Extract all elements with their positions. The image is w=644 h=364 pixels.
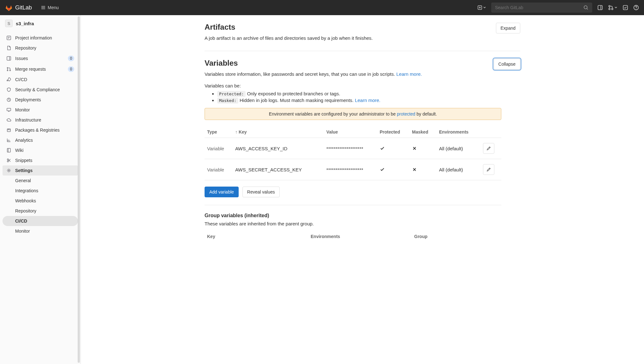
- sidebar-item-wiki[interactable]: Wiki: [3, 145, 78, 155]
- variables-can-be: Variables can be:: [205, 83, 520, 88]
- variables-table: Type ↑Key Value Protected Masked Environ…: [205, 126, 501, 180]
- col-protected[interactable]: Protected: [377, 126, 409, 138]
- expand-artifacts-button[interactable]: Expand: [496, 23, 520, 33]
- add-variable-button[interactable]: Add variable: [205, 187, 239, 197]
- check-icon: [380, 146, 385, 151]
- brand-text: GitLab: [15, 4, 32, 11]
- x-icon: [412, 146, 417, 151]
- deploy-icon: [6, 97, 11, 102]
- svg-rect-2: [598, 5, 602, 10]
- merge-icon: [6, 67, 11, 72]
- sidebar-item-packages[interactable]: Packages & Registries: [3, 125, 78, 135]
- svg-point-1: [584, 6, 587, 9]
- project-header[interactable]: S s3_infra: [0, 15, 80, 32]
- gcol-key: Key: [207, 234, 311, 239]
- edit-variable-button[interactable]: [483, 164, 494, 175]
- sidebar-scrollbar[interactable]: [78, 16, 80, 363]
- cloud-icon: [6, 117, 11, 122]
- col-type[interactable]: Type: [205, 126, 233, 138]
- create-new-button[interactable]: [477, 5, 486, 10]
- help-shortcut[interactable]: [633, 5, 639, 10]
- sidebar-item-issues[interactable]: Issues0: [3, 53, 78, 64]
- rocket-icon: [6, 77, 11, 82]
- protected-bullet: Protected: Only exposed to protected bra…: [217, 91, 520, 96]
- settings-sub-repository[interactable]: Repository: [3, 206, 78, 216]
- todos-shortcut[interactable]: [623, 5, 628, 10]
- search-bar[interactable]: [491, 3, 592, 13]
- mr-badge: 0: [68, 66, 74, 72]
- menu-button[interactable]: Menu: [41, 5, 59, 10]
- masked-bullet: Masked: Hidden in job logs. Must match m…: [217, 98, 520, 103]
- todo-icon: [623, 5, 628, 10]
- sidebar-item-cicd[interactable]: CI/CD: [3, 75, 78, 85]
- sidebar-item-deployments[interactable]: Deployments: [3, 95, 78, 105]
- monitor-icon: [6, 107, 11, 112]
- sidebar-item-monitor[interactable]: Monitor: [3, 105, 78, 115]
- settings-sub-webhooks[interactable]: Webhooks: [3, 196, 78, 206]
- x-icon: [412, 167, 417, 172]
- plus-square-icon: [477, 5, 482, 10]
- settings-sub-monitor[interactable]: Monitor: [3, 226, 78, 236]
- main-content: Artifacts A job artifact is an archive o…: [81, 15, 644, 364]
- col-key[interactable]: ↑Key: [233, 126, 324, 138]
- svg-point-4: [609, 8, 610, 10]
- variables-desc: Variables store information, like passwo…: [205, 71, 520, 77]
- sidebar-item-snippets[interactable]: Snippets: [3, 155, 78, 165]
- settings-sub-integrations[interactable]: Integrations: [3, 186, 78, 196]
- divider: [205, 51, 520, 51]
- svg-rect-16: [7, 129, 10, 132]
- settings-sub-general[interactable]: General: [3, 176, 78, 186]
- merge-requests-shortcut[interactable]: [608, 5, 617, 10]
- gcol-group: Group: [414, 234, 518, 239]
- package-icon: [6, 128, 11, 133]
- svg-rect-9: [7, 36, 11, 40]
- shield-icon: [6, 87, 11, 92]
- project-name: s3_infra: [16, 21, 34, 26]
- sidebar-item-repository[interactable]: Repository: [3, 43, 78, 53]
- sidebar-item-security[interactable]: Security & Compliance: [3, 85, 78, 95]
- file-icon: [6, 45, 11, 51]
- svg-point-8: [636, 9, 636, 9]
- chart-icon: [6, 138, 11, 143]
- col-masked[interactable]: Masked: [409, 126, 437, 138]
- group-variables-title: Group variables (inherited): [205, 213, 520, 218]
- project-avatar: S: [5, 20, 13, 27]
- search-input[interactable]: [495, 5, 583, 10]
- sidebar-item-infrastructure[interactable]: Infrastructure: [3, 115, 78, 125]
- topbar: GitLab Menu: [0, 0, 644, 15]
- masked-cell: [409, 159, 437, 180]
- artifacts-title: Artifacts: [205, 23, 373, 32]
- sidebar-item-project-info[interactable]: Project information: [3, 33, 78, 43]
- help-icon: [633, 5, 639, 10]
- sidebar-item-analytics[interactable]: Analytics: [3, 135, 78, 145]
- masked-cell: [409, 138, 437, 159]
- sort-asc-icon: ↑: [235, 129, 237, 134]
- table-row: Variable AWS_ACCESS_KEY_ID *************…: [205, 138, 501, 159]
- settings-sub-cicd[interactable]: CI/CD: [3, 216, 78, 226]
- hamburger-icon: [41, 5, 46, 10]
- chevron-down-icon: [614, 6, 617, 9]
- col-envs[interactable]: Environments: [437, 126, 480, 138]
- reveal-values-button[interactable]: Reveal values: [242, 187, 280, 197]
- protected-link[interactable]: protected: [397, 111, 415, 116]
- variables-learn-more-link[interactable]: Learn more.: [397, 71, 422, 77]
- svg-point-11: [7, 68, 8, 69]
- collapse-variables-button[interactable]: Collapse: [494, 59, 520, 69]
- protected-default-alert: Environment variables are configured by …: [205, 108, 501, 120]
- col-value[interactable]: Value: [324, 126, 377, 138]
- protected-cell: [377, 159, 409, 180]
- protected-cell: [377, 138, 409, 159]
- sidebar-item-settings[interactable]: Settings: [3, 165, 78, 176]
- gear-icon: [6, 168, 11, 173]
- pencil-icon: [486, 146, 491, 151]
- gitlab-icon: [5, 4, 13, 11]
- chevron-down-icon: [483, 6, 486, 9]
- masking-learn-more-link[interactable]: Learn more.: [355, 98, 380, 103]
- edit-variable-button[interactable]: [483, 143, 494, 154]
- svg-point-18: [7, 159, 9, 160]
- search-icon: [583, 5, 588, 10]
- issues-shortcut[interactable]: [597, 5, 603, 10]
- brand-logo[interactable]: GitLab: [5, 4, 32, 11]
- group-vars-table-head: Key Environments Group: [205, 229, 520, 242]
- sidebar-item-merge-requests[interactable]: Merge requests0: [3, 64, 78, 75]
